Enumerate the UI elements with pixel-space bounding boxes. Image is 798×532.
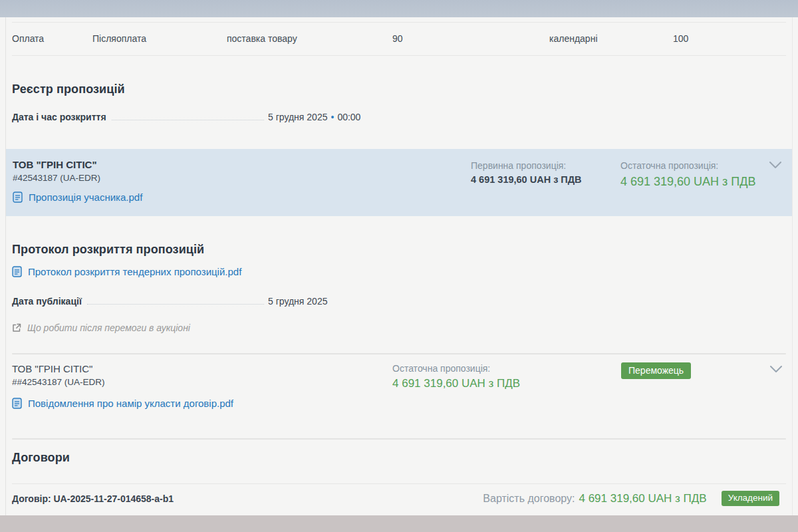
contracts-section-title: Договори bbox=[12, 451, 786, 465]
date-time-bullet: • bbox=[331, 112, 334, 122]
contract-number: Договір: UA-2025-11-27-014658-a-b1 bbox=[12, 493, 174, 504]
bottom-window-bar bbox=[0, 515, 798, 532]
winner-supplier-name: ТОВ "ГРІН СІТІС" bbox=[12, 362, 392, 375]
chevron-down-icon bbox=[770, 366, 782, 373]
dotted-leader bbox=[87, 304, 264, 305]
after-winning-hint-link[interactable]: Що робити після перемоги в аукціоні bbox=[12, 323, 190, 333]
disclosure-date-label: Дата і час розкриття bbox=[12, 112, 106, 122]
winner-supplier-edr-id: ##42543187 (UA-EDR) bbox=[12, 376, 392, 388]
register-section-title: Реєстр пропозицій bbox=[12, 82, 786, 96]
contract-value: 4 691 319,60 UAH з ПДВ bbox=[579, 492, 706, 505]
contract-value-label: Вартість договору: bbox=[483, 493, 575, 505]
payment-days-type: календарні bbox=[549, 33, 673, 44]
payment-type: Післяоплата bbox=[92, 33, 227, 44]
disclosure-date-row: Дата і час розкриття 5 грудня 2025 • 00:… bbox=[12, 112, 786, 122]
document-icon bbox=[13, 192, 23, 203]
divider bbox=[12, 55, 786, 56]
initial-proposal-label: Первинна пропозиція: bbox=[471, 160, 620, 172]
publication-date-label: Дата публікації bbox=[12, 296, 82, 307]
proposal-row: ТОВ "ГРІН СІТІС" #42543187 (UA-EDR) Проп… bbox=[6, 149, 792, 216]
winner-final-proposal-label: Остаточна пропозиція: bbox=[392, 362, 621, 374]
divider bbox=[12, 438, 786, 440]
payment-term-days: 90 bbox=[392, 33, 549, 44]
document-icon bbox=[12, 266, 22, 277]
winner-final-proposal-value: 4 691 319,60 UAH з ПДВ bbox=[392, 377, 621, 390]
chevron-down-icon bbox=[769, 162, 781, 169]
external-link-icon bbox=[12, 323, 21, 332]
contract-status-badge: Укладений bbox=[722, 491, 779, 506]
disclosure-date-value: 5 грудня 2025 bbox=[268, 112, 327, 122]
winner-badge: Переможець bbox=[621, 362, 691, 379]
expand-winner-chevron[interactable] bbox=[770, 362, 786, 376]
winner-row: ТОВ "ГРІН СІТІС" ##42543187 (UA-EDR) Пов… bbox=[12, 362, 786, 412]
final-proposal-label: Остаточна пропозиція: bbox=[620, 160, 769, 172]
payment-percent: 100 bbox=[673, 33, 786, 44]
top-window-bar bbox=[0, 0, 798, 17]
protocol-document-label: Протокол розкриття тендерних пропозицій.… bbox=[28, 266, 241, 277]
divider bbox=[12, 483, 786, 484]
disclosure-time-value: 00:00 bbox=[337, 112, 360, 122]
award-notice-document-label: Повідомлення про намір укласти договір.p… bbox=[28, 398, 233, 409]
document-icon bbox=[12, 398, 22, 409]
supplier-edr-id: #42543187 (UA-EDR) bbox=[13, 172, 471, 184]
proposal-document-label: Пропозиція учасника.pdf bbox=[29, 192, 142, 203]
payment-terms-row: Оплата Післяоплата поставка товару 90 ка… bbox=[12, 23, 786, 55]
protocol-section-title: Протокол розкриття пропозицій bbox=[12, 243, 786, 257]
initial-proposal-value: 4 691 319,60 UAH з ПДВ bbox=[471, 174, 620, 185]
payment-event: Оплата bbox=[12, 33, 92, 44]
expand-proposal-chevron[interactable] bbox=[769, 158, 785, 172]
tender-page-content: Оплата Післяоплата поставка товару 90 ка… bbox=[5, 17, 793, 515]
publication-date-value: 5 грудня 2025 bbox=[268, 296, 327, 307]
after-winning-hint-label: Що робити після перемоги в аукціоні bbox=[27, 323, 190, 333]
award-notice-document-link[interactable]: Повідомлення про намір укласти договір.p… bbox=[12, 398, 233, 409]
protocol-document-link[interactable]: Протокол розкриття тендерних пропозицій.… bbox=[12, 266, 241, 277]
publication-date-row: Дата публікації 5 грудня 2025 bbox=[12, 296, 786, 307]
payment-object: поставка товару bbox=[227, 33, 392, 44]
proposal-document-link[interactable]: Пропозиція учасника.pdf bbox=[13, 192, 142, 203]
divider bbox=[12, 353, 786, 354]
supplier-name: ТОВ "ГРІН СІТІС" bbox=[13, 158, 471, 171]
final-proposal-value: 4 691 319,60 UAH з ПДВ bbox=[620, 175, 769, 189]
contract-row: Договір: UA-2025-11-27-014658-a-b1 Варті… bbox=[12, 491, 786, 506]
dotted-leader bbox=[112, 120, 264, 120]
